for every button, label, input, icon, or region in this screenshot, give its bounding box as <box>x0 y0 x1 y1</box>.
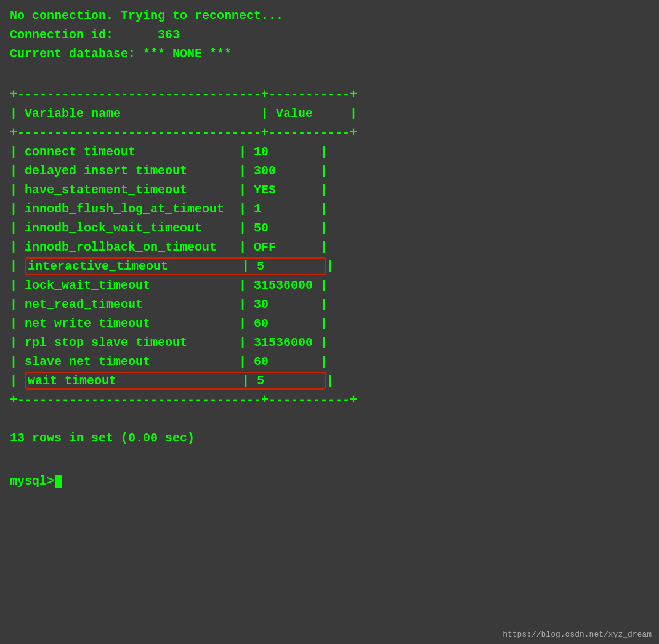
blank-line-3 <box>10 448 649 467</box>
table-row: | interactive_timeout | 5 | <box>10 257 649 276</box>
table-row: | net_write_timeout | 60 | <box>10 314 649 333</box>
separator-top: +---------------------------------+-----… <box>10 85 649 104</box>
cursor <box>55 475 62 488</box>
table-row: | net_read_timeout | 30 | <box>10 295 649 314</box>
table-row: | connect_timeout | 10 | <box>10 142 649 161</box>
terminal: No connection. Trying to reconnect... Co… <box>0 0 659 497</box>
table-container: +---------------------------------+-----… <box>10 85 649 409</box>
blank-line <box>10 63 649 83</box>
status-line: No connection. Trying to reconnect... <box>10 6 649 25</box>
table-row: | innodb_rollback_on_timeout | OFF | <box>10 238 649 257</box>
highlighted-cell: interactive_timeout | 5 <box>25 257 326 275</box>
prompt-line: mysql> <box>10 472 649 491</box>
table-rows: | connect_timeout | 10 || delayed_insert… <box>10 142 649 390</box>
watermark: https://blog.csdn.net/xyz_dream <box>503 630 652 639</box>
table-row: | lock_wait_timeout | 31536000 | <box>10 276 649 295</box>
footer: 13 rows in set (0.00 sec) <box>10 429 649 448</box>
blank-line-2 <box>10 409 649 429</box>
table-row: | have_statement_timeout | YES | <box>10 180 649 199</box>
table-row: | rpl_stop_slave_timeout | 31536000 | <box>10 333 649 352</box>
separator-bot: +---------------------------------+-----… <box>10 390 649 409</box>
connection-line: Connection id: 363 <box>10 25 649 44</box>
separator-mid: +---------------------------------+-----… <box>10 123 649 142</box>
table-row: | slave_net_timeout | 60 | <box>10 352 649 371</box>
highlighted-cell: wait_timeout | 5 <box>25 372 326 390</box>
prompt-text: mysql> <box>10 472 54 491</box>
table-row: | innodb_flush_log_at_timeout | 1 | <box>10 199 649 219</box>
table-row: | delayed_insert_timeout | 300 | <box>10 161 649 180</box>
header-row: | Variable_name | Value | <box>10 104 649 123</box>
database-line: Current database: *** NONE *** <box>10 44 649 63</box>
table-row: | wait_timeout | 5 | <box>10 371 649 390</box>
table-row: | innodb_lock_wait_timeout | 50 | <box>10 219 649 238</box>
